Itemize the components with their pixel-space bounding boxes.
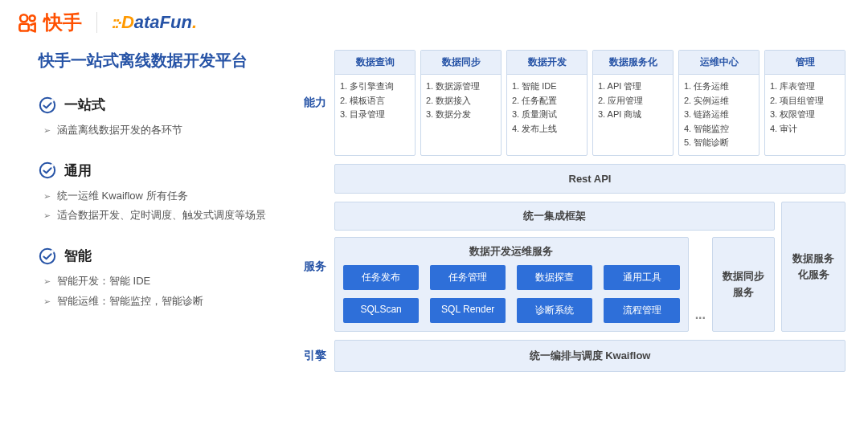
- integration-bar: 统一集成框架: [334, 202, 775, 231]
- page-subtitle: 快手一站式离线数据开发平台: [39, 50, 280, 71]
- cap-body: 1. 多引擎查询 2. 模板语言 3. 目录管理: [335, 75, 415, 127]
- cap-card-mgmt: 管理 1. 库表管理 2. 项目组管理 3. 权限管理 4. 审计: [764, 50, 845, 156]
- devops-pill-grid: 任务发布 任务管理 数据探查 通用工具 SQLScan SQL Render 诊…: [343, 265, 680, 323]
- ellipsis-icon: ...: [694, 308, 707, 332]
- cap-item: 4. 审计: [770, 122, 840, 137]
- devops-title: 数据开发运维服务: [343, 244, 680, 259]
- cap-card-service: 数据服务化 1. API 管理 2. 应用管理 3. API 商城: [592, 50, 674, 156]
- datafun-d: D: [121, 12, 134, 33]
- feature-item: 适合数据开发、定时调度、触发式调度等场景: [43, 206, 280, 226]
- pill-explore: 数据探查: [517, 265, 592, 290]
- cap-body: 1. 任务运维 2. 实例运维 3. 链路运维 4. 智能监控 5. 智能诊断: [679, 75, 759, 155]
- kuaishou-text: 快手: [43, 10, 82, 35]
- main-content: 快手一站式离线数据开发平台 一站式 涵盖离线数据开发的各环节 通用 统一运维 K…: [0, 42, 868, 380]
- cap-body: 1. 智能 IDE 2. 任务配置 3. 质量测试 4. 发布上线: [507, 75, 587, 141]
- pill-sqlscan: SQLScan: [343, 298, 419, 323]
- devops-box: 数据开发运维服务 任务发布 任务管理 数据探查 通用工具 SQLScan SQL…: [334, 237, 689, 332]
- cap-item: 1. 智能 IDE: [512, 80, 582, 94]
- check-circle-icon: [39, 96, 56, 114]
- feature-title-0: 一站式: [64, 96, 105, 114]
- kuaishou-logo: 快手: [16, 10, 82, 35]
- feature-list-0: 涵盖离线数据开发的各环节: [39, 121, 280, 141]
- feature-item: 智能运维：智能监控，智能诊断: [43, 292, 280, 312]
- feature-list-2: 智能开发：智能 IDE 智能运维：智能监控，智能诊断: [39, 272, 280, 311]
- cap-header: 数据查询: [335, 51, 415, 75]
- datafun-dot: .: [192, 12, 197, 33]
- pill-flowmgmt: 流程管理: [604, 298, 679, 323]
- cap-card-sync: 数据同步 1. 数据源管理 2. 数据接入 3. 数据分发: [420, 50, 502, 156]
- cap-header: 运维中心: [679, 51, 759, 75]
- cap-item: 3. 链路运维: [684, 108, 754, 122]
- feature-smart: 智能 智能开发：智能 IDE 智能运维：智能监控，智能诊断: [39, 247, 280, 311]
- pill-tools: 通用工具: [604, 265, 679, 290]
- sync-service-box: 数据同步服务: [712, 237, 775, 332]
- cap-card-dev: 数据开发 1. 智能 IDE 2. 任务配置 3. 质量测试 4. 发布上线: [506, 50, 588, 156]
- cap-item: 4. 智能监控: [684, 122, 754, 137]
- cap-item: 1. 数据源管理: [426, 80, 496, 94]
- cap-item: 3. 目录管理: [340, 108, 410, 122]
- cap-item: 1. API 管理: [598, 80, 668, 94]
- left-column: 快手一站式离线数据开发平台 一站式 涵盖离线数据开发的各环节 通用 统一运维 K…: [39, 50, 280, 380]
- header: 快手 ::· DataFun.: [0, 0, 868, 42]
- engine-row: 引擎 统一编排与调度 Kwaiflow: [304, 340, 845, 372]
- cap-item: 2. 实例运维: [684, 94, 754, 108]
- cap-item: 2. 数据接入: [426, 94, 496, 108]
- cap-header: 管理: [765, 51, 845, 75]
- cap-item: 2. 模板语言: [340, 94, 410, 108]
- cap-item: 1. 任务运维: [684, 80, 754, 94]
- pill-publish: 任务发布: [343, 265, 419, 290]
- capability-cards: 数据查询 1. 多引擎查询 2. 模板语言 3. 目录管理 数据同步 1. 数据…: [334, 50, 845, 156]
- feature-item: 智能开发：智能 IDE: [43, 272, 280, 292]
- cap-item: 2. 项目组管理: [770, 94, 840, 108]
- svg-point-0: [20, 14, 27, 22]
- cap-item: 2. 应用管理: [598, 94, 668, 108]
- right-column: 能力 数据查询 1. 多引擎查询 2. 模板语言 3. 目录管理 数据同步 1.…: [304, 50, 845, 380]
- cap-item: 3. API 商城: [598, 108, 668, 122]
- feature-title-2: 智能: [64, 247, 92, 265]
- feature-onestop: 一站式 涵盖离线数据开发的各环节: [39, 96, 280, 141]
- pill-sqlrender: SQL Render: [430, 298, 506, 323]
- capability-label: 能力: [304, 50, 331, 156]
- cap-card-ops: 运维中心 1. 任务运维 2. 实例运维 3. 链路运维 4. 智能监控 5. …: [678, 50, 760, 156]
- cap-item: 4. 发布上线: [512, 122, 582, 137]
- engine-bar: 统一编排与调度 Kwaiflow: [334, 340, 845, 372]
- kuaishou-icon: [16, 11, 39, 34]
- cap-header: 数据服务化: [593, 51, 673, 75]
- engine-label: 引擎: [304, 340, 331, 372]
- dataservice-box: 数据服务化服务: [781, 202, 845, 332]
- feature-general: 通用 统一运维 Kwaiflow 所有任务 适合数据开发、定时调度、触发式调度等…: [39, 161, 280, 226]
- check-circle-icon: [39, 161, 56, 179]
- cap-body: 1. 数据源管理 2. 数据接入 3. 数据分发: [421, 75, 501, 127]
- svg-rect-2: [19, 24, 28, 31]
- rest-api-row: Rest API: [304, 164, 845, 194]
- cap-item: 1. 库表管理: [770, 80, 840, 94]
- cap-header: 数据同步: [421, 51, 501, 75]
- services-row: 服务 统一集成框架 数据开发运维服务 任务发布 任务管理 数据探查: [304, 202, 845, 332]
- datafun-rest: ataFun: [134, 12, 192, 33]
- cap-item: 2. 任务配置: [512, 94, 582, 108]
- service-left-stack: 统一集成框架 数据开发运维服务 任务发布 任务管理 数据探查 通用工具 SQLS…: [334, 202, 775, 332]
- cap-item: 3. 数据分发: [426, 108, 496, 122]
- header-divider: [96, 12, 97, 33]
- cap-card-query: 数据查询 1. 多引擎查询 2. 模板语言 3. 目录管理: [334, 50, 416, 156]
- pill-diagnosis: 诊断系统: [517, 298, 592, 323]
- capability-row: 能力 数据查询 1. 多引擎查询 2. 模板语言 3. 目录管理 数据同步 1.…: [304, 50, 845, 156]
- check-circle-icon: [39, 247, 56, 265]
- feature-title-1: 通用: [64, 161, 92, 180]
- cap-body: 1. API 管理 2. 应用管理 3. API 商城: [593, 75, 673, 127]
- pill-taskmgmt: 任务管理: [430, 265, 506, 290]
- feature-list-1: 统一运维 Kwaiflow 所有任务 适合数据开发、定时调度、触发式调度等场景: [39, 186, 280, 226]
- datafun-prefix-icon: ::·: [112, 14, 120, 32]
- cap-body: 1. 库表管理 2. 项目组管理 3. 权限管理 4. 审计: [765, 75, 845, 141]
- svg-point-6: [51, 164, 54, 167]
- cap-item: 3. 质量测试: [512, 108, 582, 122]
- datafun-logo: ::· DataFun.: [112, 12, 197, 33]
- cap-header: 数据开发: [507, 51, 587, 75]
- svg-point-8: [51, 250, 54, 253]
- svg-point-4: [51, 99, 54, 102]
- cap-item: 5. 智能诊断: [684, 136, 754, 150]
- feature-item: 统一运维 Kwaiflow 所有任务: [43, 186, 280, 206]
- cap-item: 3. 权限管理: [770, 108, 840, 122]
- rest-api-bar: Rest API: [334, 164, 845, 194]
- feature-item: 涵盖离线数据开发的各环节: [43, 121, 280, 141]
